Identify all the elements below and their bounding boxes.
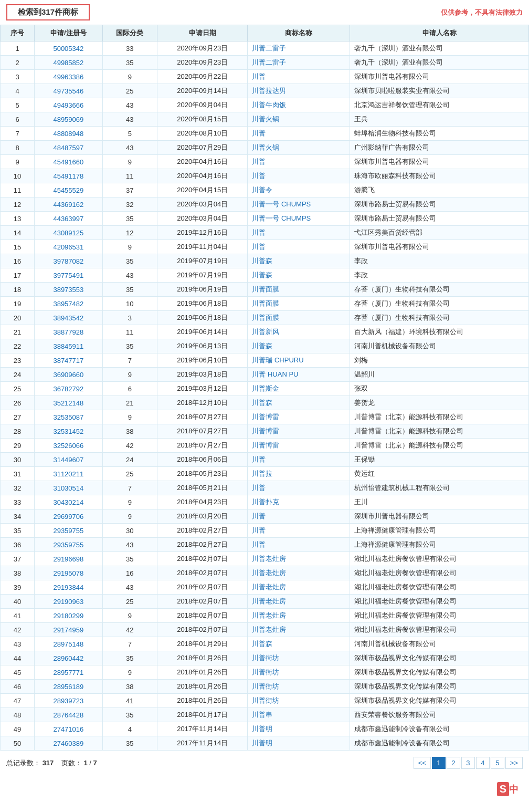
pagination-next[interactable]: >> xyxy=(505,757,523,769)
cell-trademark-name[interactable]: 川普 xyxy=(248,169,350,183)
cell-trademark-name[interactable]: 川普斯金 xyxy=(248,382,350,396)
cell-app-no[interactable]: 31449607 xyxy=(35,453,103,467)
cell-trademark-name[interactable]: 川普森 xyxy=(248,396,350,410)
cell-app-no[interactable]: 38957482 xyxy=(35,297,103,311)
cell-trademark-name[interactable]: 川普老灶房 xyxy=(248,609,350,623)
cell-trademark-name[interactable]: 川普 xyxy=(248,453,350,467)
pagination-page-4[interactable]: 4 xyxy=(476,757,490,769)
cell-trademark-name[interactable]: 川普令 xyxy=(248,183,350,197)
cell-trademark-name[interactable]: 川普博雷 xyxy=(248,424,350,439)
cell-app-no[interactable]: 39787082 xyxy=(35,254,103,268)
cell-trademark-name[interactable]: 川普街坊 xyxy=(248,694,350,708)
cell-trademark-name[interactable]: 川普拉达男 xyxy=(248,84,350,98)
cell-app-no[interactable]: 28939723 xyxy=(35,694,103,708)
cell-app-no[interactable]: 28956189 xyxy=(35,680,103,694)
cell-app-no[interactable]: 39775491 xyxy=(35,268,103,283)
cell-app-no[interactable]: 49735546 xyxy=(35,84,103,98)
cell-app-no[interactable]: 48808948 xyxy=(35,127,103,141)
cell-trademark-name[interactable]: 川普拉 xyxy=(248,467,350,481)
cell-trademark-name[interactable]: 川普二雷子 xyxy=(248,56,350,70)
cell-app-no[interactable]: 36782792 xyxy=(35,382,103,396)
cell-trademark-name[interactable]: 川普火锅 xyxy=(248,112,350,127)
cell-trademark-name[interactable]: 川普面膜 xyxy=(248,297,350,311)
cell-trademark-name[interactable]: 川普 xyxy=(248,509,350,524)
cell-app-no[interactable]: 49963386 xyxy=(35,70,103,84)
cell-trademark-name[interactable]: 川普串 xyxy=(248,708,350,722)
cell-app-no[interactable]: 27471016 xyxy=(35,722,103,736)
cell-app-no[interactable]: 48959069 xyxy=(35,112,103,127)
cell-trademark-name[interactable]: 川普 xyxy=(248,155,350,169)
cell-app-no[interactable]: 31120211 xyxy=(35,467,103,481)
cell-trademark-name[interactable]: 川普二雷子 xyxy=(248,41,350,56)
cell-app-no[interactable]: 44363997 xyxy=(35,212,103,226)
cell-trademark-name[interactable]: 川普 HUAN PU xyxy=(248,368,350,382)
cell-trademark-name[interactable]: 川普森 xyxy=(248,268,350,283)
cell-app-no[interactable]: 29174959 xyxy=(35,623,103,637)
cell-app-no[interactable]: 31030514 xyxy=(35,481,103,495)
cell-app-no[interactable]: 32535087 xyxy=(35,410,103,424)
cell-trademark-name[interactable]: 川普牛肉饭 xyxy=(248,98,350,112)
cell-app-no[interactable]: 29359755 xyxy=(35,538,103,552)
cell-trademark-name[interactable]: 川普扑克 xyxy=(248,495,350,509)
cell-trademark-name[interactable]: 川普 xyxy=(248,481,350,495)
cell-app-no[interactable]: 28975148 xyxy=(35,637,103,651)
cell-trademark-name[interactable]: 川普 xyxy=(248,70,350,84)
cell-app-no[interactable]: 30430214 xyxy=(35,495,103,509)
cell-trademark-name[interactable]: 川普森 xyxy=(248,254,350,268)
cell-app-no[interactable]: 49985852 xyxy=(35,56,103,70)
cell-app-no[interactable]: 32531452 xyxy=(35,424,103,439)
cell-app-no[interactable]: 38845911 xyxy=(35,339,103,353)
cell-trademark-name[interactable]: 川普街坊 xyxy=(248,665,350,680)
cell-app-no[interactable]: 44369162 xyxy=(35,197,103,212)
cell-app-no[interactable]: 49493666 xyxy=(35,98,103,112)
cell-app-no[interactable]: 29190963 xyxy=(35,595,103,609)
cell-trademark-name[interactable]: 川普老灶房 xyxy=(248,595,350,609)
cell-trademark-name[interactable]: 川普博雷 xyxy=(248,410,350,424)
cell-app-no[interactable]: 27460389 xyxy=(35,736,103,751)
cell-app-no[interactable]: 35212148 xyxy=(35,396,103,410)
cell-trademark-name[interactable]: 川普明 xyxy=(248,722,350,736)
cell-app-no[interactable]: 29195078 xyxy=(35,566,103,580)
cell-trademark-name[interactable]: 川普街坊 xyxy=(248,651,350,665)
cell-app-no[interactable]: 32526066 xyxy=(35,439,103,453)
cell-trademark-name[interactable]: 川普 xyxy=(248,240,350,254)
cell-trademark-name[interactable]: 川普街坊 xyxy=(248,680,350,694)
pagination-prev[interactable]: << xyxy=(414,757,431,769)
cell-trademark-name[interactable]: 川普森 xyxy=(248,339,350,353)
cell-app-no[interactable]: 29180299 xyxy=(35,609,103,623)
cell-trademark-name[interactable]: 川普老灶房 xyxy=(248,566,350,580)
cell-app-no[interactable]: 38973553 xyxy=(35,283,103,297)
cell-trademark-name[interactable]: 川普老灶房 xyxy=(248,552,350,566)
cell-app-no[interactable]: 38747717 xyxy=(35,353,103,368)
cell-app-no[interactable]: 29196698 xyxy=(35,552,103,566)
cell-app-no[interactable]: 45455529 xyxy=(35,183,103,197)
cell-trademark-name[interactable]: 川普 xyxy=(248,127,350,141)
cell-trademark-name[interactable]: 川普博雷 xyxy=(248,439,350,453)
pagination-page-2[interactable]: 2 xyxy=(447,757,460,769)
cell-app-no[interactable]: 45491660 xyxy=(35,155,103,169)
cell-trademark-name[interactable]: 川普面膜 xyxy=(248,311,350,325)
cell-trademark-name[interactable]: 川普新风 xyxy=(248,325,350,339)
cell-app-no[interactable]: 28764428 xyxy=(35,708,103,722)
cell-app-no[interactable]: 28957771 xyxy=(35,665,103,680)
pagination-page-5[interactable]: 5 xyxy=(491,757,504,769)
cell-trademark-name[interactable]: 川普 xyxy=(248,524,350,538)
cell-app-no[interactable]: 42096531 xyxy=(35,240,103,254)
cell-app-no[interactable]: 43089125 xyxy=(35,226,103,240)
cell-trademark-name[interactable]: 川普一号 CHUMPS xyxy=(248,212,350,226)
cell-trademark-name[interactable]: 川普 xyxy=(248,538,350,552)
pagination-page-1[interactable]: 1 xyxy=(432,757,446,769)
cell-app-no[interactable]: 45491178 xyxy=(35,169,103,183)
cell-trademark-name[interactable]: 川普森 xyxy=(248,637,350,651)
cell-app-no[interactable]: 36909660 xyxy=(35,368,103,382)
cell-trademark-name[interactable]: 川普老灶房 xyxy=(248,580,350,595)
cell-trademark-name[interactable]: 川普老灶房 xyxy=(248,623,350,637)
cell-trademark-name[interactable]: 川普瑞 CHPURU xyxy=(248,353,350,368)
cell-app-no[interactable]: 28960442 xyxy=(35,651,103,665)
cell-app-no[interactable]: 48487597 xyxy=(35,141,103,155)
cell-app-no[interactable]: 29359755 xyxy=(35,524,103,538)
cell-app-no[interactable]: 38943542 xyxy=(35,311,103,325)
cell-trademark-name[interactable]: 川普 xyxy=(248,226,350,240)
cell-trademark-name[interactable]: 川普一号 CHUMPS xyxy=(248,197,350,212)
cell-trademark-name[interactable]: 川普面膜 xyxy=(248,283,350,297)
